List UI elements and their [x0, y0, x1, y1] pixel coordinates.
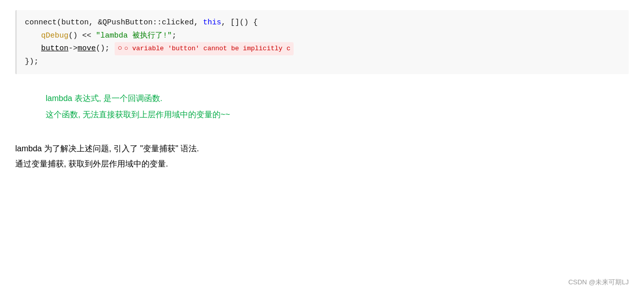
code-line-2-content: qDebug() << "lambda 被执行了!";: [41, 29, 176, 43]
error-message: ○ ○ variable 'button' cannot be implicit…: [115, 42, 294, 55]
code-clicked: clicked: [162, 18, 194, 27]
code-line-1-content: connect(button, &QPushButton::clicked, t…: [25, 16, 258, 29]
code-block: connect(button, &QPushButton::clicked, t…: [15, 10, 629, 74]
code-qdebug-parens: () <<: [68, 31, 96, 40]
summary-line-2: 通过变量捕获, 获取到外层作用域中的变量.: [15, 156, 629, 172]
code-comma2: ,: [194, 18, 203, 27]
code-this: this: [203, 18, 221, 27]
code-line-3-code: button->move();: [41, 42, 110, 55]
code-button-arg: button: [61, 18, 89, 27]
summary-block: lambda 为了解决上述问题, 引入了 "变量捕获" 语法. 通过变量捕获, …: [15, 137, 629, 176]
code-line-4-content: });: [25, 55, 39, 69]
code-button-move-fn: move: [78, 44, 96, 53]
code-comma3: , []() {: [221, 18, 258, 27]
error-dot-icon: ○: [118, 42, 122, 55]
explanation-block: lambda 表达式, 是一个回调函数. 这个函数, 无法直接获取到上层作用域中…: [15, 86, 629, 127]
watermark: CSDN @未来可期LJ: [568, 278, 629, 287]
code-string: "lambda 被执行了!": [96, 31, 172, 40]
code-line-3: button->move(); ○ ○ variable 'button' ca…: [25, 42, 621, 55]
explanation-line-1: lambda 表达式, 是一个回调函数.: [46, 90, 598, 107]
code-arrow: ->: [68, 44, 78, 53]
code-line-2: qDebug() << "lambda 被执行了!";: [25, 29, 621, 43]
code-connect: connect: [25, 18, 57, 27]
error-text: ○ variable 'button' cannot be implicitly…: [124, 43, 291, 54]
code-paren1: (: [57, 18, 61, 27]
code-class: QPushButton: [102, 18, 153, 27]
code-line-4: });: [25, 55, 621, 69]
explanation-line-2: 这个函数, 无法直接获取到上层作用域中的变量的~~: [46, 107, 598, 123]
code-qdebug: qDebug: [41, 31, 68, 40]
code-move-parens: ();: [96, 44, 110, 53]
code-button-move-button: button: [41, 44, 68, 53]
code-comma1: , &: [89, 18, 102, 27]
code-line-1: connect(button, &QPushButton::clicked, t…: [25, 16, 621, 29]
summary-line-1: lambda 为了解决上述问题, 引入了 "变量捕获" 语法.: [15, 141, 629, 156]
code-scope: ::: [153, 18, 162, 27]
code-semi1: ;: [172, 31, 176, 40]
page-container: connect(button, &QPushButton::clicked, t…: [0, 0, 644, 296]
